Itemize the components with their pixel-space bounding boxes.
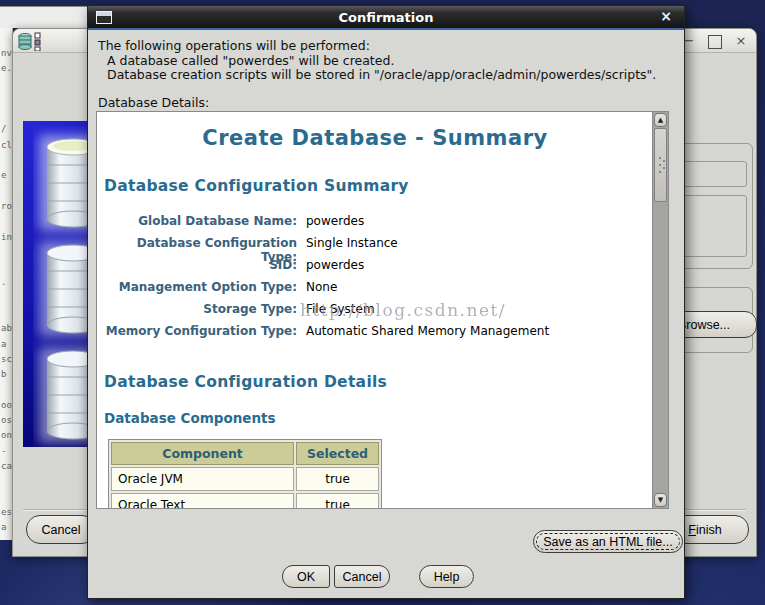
dialog-title: Confirmation xyxy=(88,10,684,25)
background-text-fragment: in xyxy=(1,232,12,247)
component-name-cell: Oracle JVM xyxy=(111,467,294,491)
watermark-text: http://blog.csdn.net/ xyxy=(300,300,506,320)
scrollbar-grip xyxy=(659,157,661,159)
summary-row: Database Configuration Type: Single Inst… xyxy=(97,236,653,258)
summary-row: Global Database Name: powerdes xyxy=(97,214,653,236)
component-name-cell: Oracle Text xyxy=(111,493,294,509)
component-selected-cell: true xyxy=(296,467,379,491)
summary-row-label: Memory Configuration Type: xyxy=(97,324,297,338)
scrollbar-thumb[interactable] xyxy=(654,128,667,202)
background-text-fragment: ca xyxy=(1,461,12,476)
summary-row-value: powerdes xyxy=(306,258,364,272)
background-text-fragment xyxy=(1,94,12,109)
components-table: ComponentSelected Oracle JVM true Oracle… xyxy=(108,439,382,509)
summary-row-value: None xyxy=(306,280,337,294)
background-window-top xyxy=(0,6,88,28)
ok-button[interactable]: OK xyxy=(282,565,330,588)
background-text-fragment: e xyxy=(1,170,12,185)
summary-row-value: powerdes xyxy=(306,214,364,228)
background-text-fragment: ro xyxy=(1,201,12,216)
background-text-fragment: cl xyxy=(1,140,12,155)
confirmation-dialog: Confirmation × The following operations … xyxy=(87,5,685,599)
maximize-icon[interactable] xyxy=(708,35,722,49)
background-text-fragment xyxy=(1,247,12,262)
background-text-fragment xyxy=(1,385,12,400)
help-button[interactable]: Help xyxy=(419,565,474,588)
config-details-heading: Database Configuration Details xyxy=(104,373,653,391)
message-line: Database creation scripts will be stored… xyxy=(107,68,656,83)
background-text-fragment: on xyxy=(1,430,12,445)
background-text-fragment xyxy=(1,293,12,308)
summary-row-value: Automatic Shared Memory Management xyxy=(306,324,549,338)
background-text-fragment: es xyxy=(1,507,12,522)
background-text-fragment: a xyxy=(1,522,12,537)
close-icon[interactable]: × xyxy=(734,34,748,48)
components-table-row: Oracle JVM true xyxy=(111,467,379,491)
background-text-fragment xyxy=(1,109,12,124)
components-table-row: Oracle Text true xyxy=(111,493,379,509)
background-text-fragment xyxy=(1,262,12,277)
database-details-label: Database Details: xyxy=(98,96,656,111)
summary-row-label: Storage Type: xyxy=(97,302,297,316)
summary-row: SID: powerdes xyxy=(97,258,653,280)
dialog-titlebar[interactable]: Confirmation × xyxy=(88,6,684,30)
background-text-fragment: a xyxy=(1,339,12,354)
wizard-cancel-button[interactable]: Cancel xyxy=(26,515,96,544)
config-summary-list: Global Database Name: powerdes Database … xyxy=(97,214,653,346)
components-column-header: Selected xyxy=(296,442,379,465)
components-heading: Database Components xyxy=(104,410,653,426)
wizard-side-graphic xyxy=(23,121,88,447)
component-selected-cell: true xyxy=(296,493,379,509)
background-text-fragment xyxy=(1,186,12,201)
summary-row-label: Global Database Name: xyxy=(97,214,297,228)
background-text-fragment xyxy=(1,216,12,231)
background-text-fragment xyxy=(1,476,12,491)
background-text-fragment: os xyxy=(1,415,12,430)
background-text-fragment xyxy=(1,79,12,94)
message-line: The following operations will be perform… xyxy=(98,39,656,54)
scroll-down-icon[interactable]: ▼ xyxy=(654,493,667,507)
summary-row: Memory Configuration Type: Automatic Sha… xyxy=(97,324,653,346)
background-text-fragment: / xyxy=(1,124,12,139)
save-as-html-button[interactable]: Save as an HTML file... xyxy=(533,530,683,553)
background-text-fragment xyxy=(1,492,12,507)
summary-row-label: Management Option Type: xyxy=(97,280,297,294)
components-column-header: Component xyxy=(111,442,294,465)
background-text-fragment xyxy=(1,155,12,170)
background-text-fragment: sc xyxy=(1,354,12,369)
dbca-app-icon xyxy=(17,32,43,55)
background-text-fragment: . xyxy=(1,277,12,292)
background-text-fragment: ab xyxy=(1,323,12,338)
summary-scroll-panel: Create Database - Summary Database Confi… xyxy=(96,111,669,509)
summary-page-title: Create Database - Summary xyxy=(97,126,653,150)
background-text-fragment: nv xyxy=(1,48,12,63)
background-text-fragment: - xyxy=(1,446,12,461)
background-text-fragment xyxy=(1,308,12,323)
scroll-up-icon[interactable]: ▲ xyxy=(654,113,667,127)
background-text-fragment: e. xyxy=(1,63,12,78)
cancel-button[interactable]: Cancel xyxy=(334,565,390,588)
confirmation-message: The following operations will be perform… xyxy=(98,39,656,110)
summary-row-label: SID: xyxy=(97,258,297,272)
background-text-fragment: oo xyxy=(1,400,12,415)
vertical-scrollbar[interactable]: ▲ ▼ xyxy=(652,112,668,508)
dialog-close-icon[interactable]: × xyxy=(658,8,674,24)
config-summary-heading: Database Configuration Summary xyxy=(104,177,653,195)
background-text-fragment: b xyxy=(1,369,12,384)
message-line: A database called "powerdes" will be cre… xyxy=(107,54,656,69)
summary-row: Management Option Type: None xyxy=(97,280,653,302)
summary-row-value: Single Instance xyxy=(306,236,398,250)
